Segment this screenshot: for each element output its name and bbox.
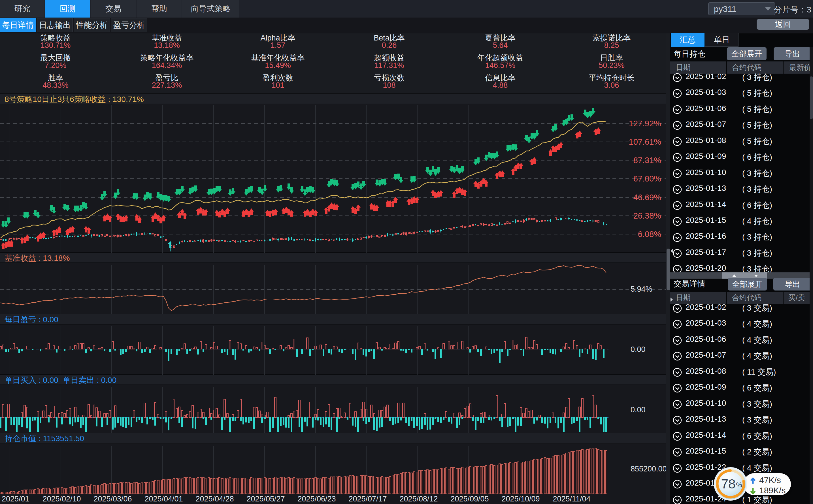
svg-text:78: 78 xyxy=(721,477,735,491)
svg-text:%: % xyxy=(736,481,742,489)
